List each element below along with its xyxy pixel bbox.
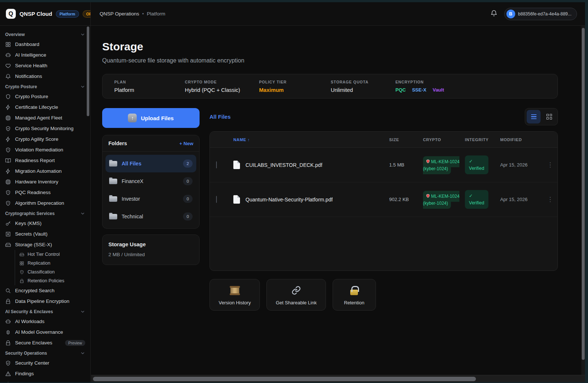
page-title: Storage <box>102 40 558 53</box>
sidebar-item-crypto-agility-score[interactable]: Crypto Agility Score <box>0 134 90 144</box>
sidebar-item-findings[interactable]: Findings <box>0 368 90 379</box>
sidebar-item-violation-remediation[interactable]: Violation Remediation <box>0 144 90 155</box>
sidebar-subitem-hot-tier-control[interactable]: Hot Tier Control <box>15 250 90 259</box>
horizontal-scrollbar-track <box>91 375 585 382</box>
sidebar-scrollbar[interactable] <box>87 26 89 116</box>
sidebar-item-label: Key Compromise Response <box>15 382 77 382</box>
encryption-tags: PQCSSE-XVault <box>395 87 557 93</box>
row-checkbox[interactable] <box>216 161 217 168</box>
sidebar-item-storage-sse-x[interactable]: Storage (SSE-X) <box>0 239 90 250</box>
list-view-button[interactable] <box>527 110 541 124</box>
vertical-scrollbar-thumb[interactable] <box>582 28 585 360</box>
file-row-cuilabs-investor-deck-pdf[interactable]: CUILABS_INVESTOR_DECK.pdf1.5 MBML-KEM-10… <box>210 148 557 182</box>
sidebar-subitem-replication[interactable]: Replication <box>15 259 90 268</box>
file-name: Quantum-Native-Security-Platform.pdf <box>245 197 333 203</box>
search-icon <box>5 288 11 294</box>
encryption-tag-vault: Vault <box>433 87 444 93</box>
plan-value: Unlimited <box>331 87 395 93</box>
section-header-crypto-posture[interactable]: Crypto Posture <box>0 82 90 91</box>
sidebar-item-secrets-vault[interactable]: Secrets (Vault) <box>0 229 90 239</box>
sidebar-item-notifications[interactable]: Notifications <box>0 71 90 82</box>
file-modified: Apr 15, 2026 <box>500 197 543 202</box>
action-get-shareable-link-button[interactable]: Get Shareable Link <box>266 279 326 311</box>
sidebar-item-managed-agent-fleet[interactable]: Managed Agent Fleet <box>0 112 90 123</box>
grid-view-icon <box>546 114 552 119</box>
folder-item-all-files[interactable]: All Files2 <box>105 155 196 172</box>
sidebar-item-label: AI Workloads <box>15 319 44 324</box>
sidebar-item-secure-enclaves[interactable]: Secure EnclavesPreview <box>0 337 90 348</box>
section-label: Overview <box>5 32 25 37</box>
new-folder-button[interactable]: + New <box>179 141 193 146</box>
plan-col-plan: PLANPlatform <box>114 80 185 93</box>
row-menu-button[interactable]: ⋮ <box>543 161 557 169</box>
topbar-right: B b88356fe-ed7a-4e4a-889... <box>490 8 577 20</box>
file-name: CUILABS_INVESTOR_DECK.pdf <box>245 162 322 168</box>
sidebar-item-algorithm-deprecation[interactable]: Algorithm Deprecation <box>0 198 90 208</box>
section-header-cryptographic-services[interactable]: Cryptographic Services <box>0 208 90 218</box>
upload-files-label: Upload Files <box>141 115 173 121</box>
section-header-ai-security-enclaves[interactable]: AI Security & Enclaves <box>0 307 90 316</box>
folder-item-investor[interactable]: Investor0 <box>105 190 196 208</box>
bell-icon <box>5 74 11 79</box>
sidebar-item-crypto-security-monitoring[interactable]: Crypto Security Monitoring <box>0 123 90 134</box>
folder-item-financex[interactable]: FinanceX0 <box>105 172 196 190</box>
column-name-sortable[interactable]: NAME ↑ <box>233 137 389 142</box>
section-label: Security Operations <box>5 351 47 356</box>
file-row-quantum-native-security-platform-pdf[interactable]: Quantum-Native-Security-Platform.pdf902.… <box>210 182 557 217</box>
folder-item-technical[interactable]: Technical0 <box>105 208 196 225</box>
notifications-bell-icon[interactable] <box>490 10 498 18</box>
action-retention-button[interactable]: Retention <box>333 279 376 311</box>
row-checkbox[interactable] <box>216 196 217 203</box>
breadcrumb: QNSP Operations • Platform <box>100 11 165 17</box>
column-modified: MODIFIED <box>500 137 543 142</box>
sidebar-subitem-retention-policies[interactable]: Retention Policies <box>15 276 90 285</box>
zap-icon <box>5 136 11 142</box>
shield-alert-icon <box>19 270 24 275</box>
section-header-security-operations[interactable]: Security Operations <box>0 348 90 358</box>
sidebar-item-label: Security Center <box>15 360 49 366</box>
section-header-overview[interactable]: Overview <box>0 29 90 39</box>
sidebar-item-label: Notifications <box>15 74 42 79</box>
sidebar-item-certificate-lifecycle[interactable]: Certificate Lifecycle <box>0 102 90 112</box>
shield-alert-icon <box>5 200 11 206</box>
sidebar-item-readiness-report[interactable]: Readiness Report <box>0 155 90 166</box>
breadcrumb-root[interactable]: QNSP Operations <box>100 11 139 17</box>
bell-icon <box>490 10 498 17</box>
sidebar-item-migration-automation[interactable]: Migration Automation <box>0 166 90 176</box>
platform-badge: Platform <box>56 10 79 18</box>
column-crypto: CRYPTO <box>423 137 465 142</box>
sidebar-item-label: Dashboard <box>15 42 39 47</box>
chevron-down-icon <box>80 32 85 37</box>
sidebar-item-crypto-posture[interactable]: Crypto Posture <box>0 91 90 102</box>
row-menu-button[interactable]: ⋮ <box>543 196 557 203</box>
sidebar-item-service-health[interactable]: Service Health <box>0 60 90 71</box>
sidebar-item-key-compromise-response[interactable]: Key Compromise Response <box>0 379 90 382</box>
upload-files-button[interactable]: ↑ Upload Files <box>102 108 200 128</box>
sidebar-item-data-pipeline-encryption[interactable]: Data Pipeline Encryption <box>0 296 90 307</box>
user-id-text: b88356fe-ed7a-4e4a-889... <box>518 11 571 17</box>
plan-label: CRYPTO MODE <box>185 80 259 84</box>
sidebar-item-encrypted-search[interactable]: Encrypted Search <box>0 285 90 296</box>
grid-view-button[interactable] <box>542 110 556 124</box>
sidebar-item-security-center[interactable]: Security Center <box>0 358 90 368</box>
lock-icon <box>5 340 11 346</box>
shield-check-icon <box>5 360 11 366</box>
sidebar-item-ai-intelligence[interactable]: AI Intelligence <box>0 50 90 60</box>
brain-icon <box>5 329 11 335</box>
sidebar-subitem-label: Classification <box>28 269 55 275</box>
sidebar-item-ai-model-governance[interactable]: AI Model Governance <box>0 327 90 337</box>
sidebar-item-ai-workloads[interactable]: AI Workloads <box>0 316 90 327</box>
sidebar-subitem-classification[interactable]: Classification <box>15 268 90 276</box>
file-actions-row: Version HistoryGet Shareable LinkRetenti… <box>209 279 558 311</box>
key-icon <box>5 221 11 226</box>
horizontal-scrollbar-thumb[interactable] <box>93 377 476 381</box>
plan-label: PLAN <box>114 80 185 84</box>
action-version-history-button[interactable]: Version History <box>209 279 260 311</box>
sidebar-item-keys-kms[interactable]: Keys (KMS) <box>0 218 90 229</box>
scroll-icon <box>230 286 239 295</box>
sidebar-item-dashboard[interactable]: Dashboard <box>0 39 90 50</box>
sidebar-item-pqc-readiness[interactable]: PQC Readiness <box>0 187 90 198</box>
sidebar-item-label: Findings <box>15 371 34 376</box>
sidebar-item-hardware-inventory[interactable]: Hardware Inventory <box>0 176 90 187</box>
user-account-pill[interactable]: B b88356fe-ed7a-4e4a-889... <box>504 8 577 20</box>
